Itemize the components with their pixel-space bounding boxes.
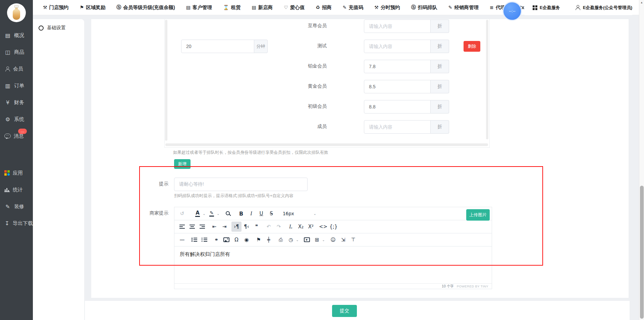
search-and-replace-button[interactable] xyxy=(223,209,233,219)
special-character-button[interactable]: Ω xyxy=(231,235,241,245)
sidebar-item-messages[interactable]: ⋯消息… xyxy=(0,128,33,144)
discount-input-supreme[interactable] xyxy=(364,19,431,33)
insert-datetime-button[interactable]: ◷ xyxy=(286,235,296,245)
queue-time-input[interactable] xyxy=(181,40,254,53)
discount-input-member[interactable] xyxy=(364,120,431,134)
italic-button[interactable]: I xyxy=(246,209,256,219)
discount-input-gold[interactable] xyxy=(364,80,431,93)
subscript-button[interactable]: X₂ xyxy=(296,222,306,232)
discount-rows: 至尊会员折分钟测试折删除铂金会员折黄金会员折初级会员折成员折 xyxy=(165,19,489,147)
anchor-button[interactable]: ⚑ xyxy=(254,235,264,245)
discount-input-junior[interactable] xyxy=(364,100,431,113)
text-color-button[interactable]: A xyxy=(193,209,203,219)
sidebar-item-system[interactable]: ⚙系统 xyxy=(0,111,33,128)
rtl-direction-button[interactable]: ¶‹ xyxy=(241,222,252,232)
insert-table-caret-button[interactable]: ⌄ xyxy=(321,235,326,245)
editor-content[interactable]: 所有解决权归门店所有 xyxy=(174,246,492,283)
nav-item-store-booking[interactable]: ⚒门店预约 xyxy=(43,4,69,11)
superscript-button[interactable]: X² xyxy=(306,222,316,232)
panel-left-scrollbar[interactable] xyxy=(165,20,167,141)
preview-button[interactable]: ◉ xyxy=(241,235,252,245)
bullet-list-button[interactable] xyxy=(189,235,199,245)
top-nav-items: ⚒门店预约⚑区域奖励Ⓢ会员等级升级(充值余额)▤客户管理⌛租赁▤新店商♡爱心值♻… xyxy=(43,4,561,11)
tip-input[interactable] xyxy=(174,178,308,191)
sidebar-item-stats[interactable]: 统计 xyxy=(0,181,33,198)
sidebar-item-finance[interactable]: ¥财务 xyxy=(0,94,33,111)
sidebar-item-export-download[interactable]: ↧导出下载 xyxy=(0,215,33,232)
discount-row: 至尊会员折 xyxy=(165,19,489,33)
align-right-button[interactable] xyxy=(197,222,207,232)
highlight-color-button[interactable]: ✎ xyxy=(207,209,217,219)
undo-button[interactable]: ↶ xyxy=(264,222,274,232)
insert-datetime-caret-button[interactable]: ⌄ xyxy=(295,235,300,245)
nav-item-recharge-code[interactable]: ✎充值码 xyxy=(343,4,363,11)
blockquote-button[interactable]: ❞ xyxy=(252,222,262,232)
powered-by-tiny[interactable]: POWERED BY TINY xyxy=(457,284,488,288)
insert-image-button[interactable] xyxy=(221,235,231,245)
sidebar-item-members[interactable]: 会员 xyxy=(0,60,33,77)
horizontal-rule-button[interactable]: — xyxy=(177,235,187,245)
emoticons-button[interactable]: ☺ xyxy=(328,235,338,245)
page-break-button[interactable]: ╪ xyxy=(264,235,274,245)
scan-queue-icon: Ⓢ xyxy=(411,4,416,10)
text-color-caret-button[interactable]: ⌄ xyxy=(202,209,206,219)
page-scrollbar[interactable]: ▲ xyxy=(639,0,644,320)
nav-item-dealer-management[interactable]: ✎经销商管理 xyxy=(448,4,479,11)
top-nav-right: E企盈服务E企盈服务(公众号管理员) xyxy=(525,0,632,15)
align-center-button[interactable] xyxy=(187,222,197,232)
insert-link-button[interactable]: ⚭ xyxy=(211,235,221,245)
code-sample-button[interactable]: {;} xyxy=(328,222,338,232)
clear-formatting-button[interactable]: Iₓ xyxy=(286,222,296,232)
sidebar-item-orders[interactable]: ▥订单 xyxy=(0,77,33,94)
clock-widget[interactable]: --:-- xyxy=(502,1,522,21)
discount-row-label: 黄金会员 xyxy=(265,83,327,89)
delete-button[interactable]: 删除 xyxy=(464,41,480,52)
source-code-button[interactable]: <> xyxy=(318,222,328,232)
strikethrough-button[interactable]: S xyxy=(266,209,276,219)
nav-item-love-value[interactable]: ♡爱心值 xyxy=(284,4,305,11)
nav-item-member-level-upgrade[interactable]: Ⓢ会员等级升级(充值余额) xyxy=(116,4,175,11)
font-size-button[interactable]: 16px⌄ xyxy=(280,209,319,219)
nav-item-eqy-account[interactable]: E企盈服务(公众号管理员) xyxy=(576,5,632,11)
insert-media-button[interactable] xyxy=(302,235,312,245)
ltr-direction-button[interactable]: ›¶ xyxy=(231,222,241,232)
sidebar-item-overview[interactable]: ▤概况 xyxy=(0,27,33,44)
discount-input-platinum[interactable] xyxy=(364,60,431,73)
format-painter-button[interactable]: ⊤ xyxy=(348,235,358,245)
nav-item-time-slot-booking[interactable]: ⚒分时预约 xyxy=(374,4,400,11)
insert-table-button[interactable]: ⊞ xyxy=(312,235,322,245)
discount-input-test[interactable] xyxy=(364,40,431,53)
nav-item-customer-management[interactable]: ▤客户管理 xyxy=(186,4,212,11)
nav-item-region-reward[interactable]: ⚑区域奖励 xyxy=(80,4,106,11)
sidebar-item-apps[interactable]: 应用 xyxy=(0,165,33,181)
bold-button[interactable]: B xyxy=(236,209,246,219)
sidebar-item-decorate[interactable]: ✎装修 xyxy=(0,198,33,215)
fullscreen-button[interactable]: ⇲ xyxy=(338,235,348,245)
panel-horizontal-scrollbar[interactable] xyxy=(165,143,488,146)
sidebar-item-basic-settings[interactable]: 基础设置 xyxy=(33,19,84,31)
outdent-button[interactable]: ⇤ xyxy=(209,222,219,232)
merchant-tip-label: 商家提示 xyxy=(121,210,168,216)
nav-item-rental[interactable]: ⌛租赁 xyxy=(223,4,240,11)
numbered-list-button[interactable] xyxy=(199,235,209,245)
print-button[interactable]: ⎙ xyxy=(276,235,286,245)
nav-item-investment[interactable]: ♻招商 xyxy=(316,4,332,11)
indent-button[interactable]: ⇥ xyxy=(219,222,229,232)
undo-history-button[interactable]: ↺ xyxy=(177,209,187,219)
submit-button[interactable]: 提交 xyxy=(332,305,357,317)
radio-icon[interactable] xyxy=(39,26,44,31)
sidebar-item-goods[interactable]: ◫商品 xyxy=(0,44,33,60)
panel-right-scrollbar[interactable] xyxy=(486,20,488,139)
nav-item-eqy-service[interactable]: E企盈服务 xyxy=(533,5,560,11)
nav-item-scan-queue[interactable]: Ⓢ扫码排队 xyxy=(411,4,437,11)
underline-button[interactable]: U xyxy=(256,209,266,219)
highlight-color-caret-button[interactable]: ⌄ xyxy=(216,209,220,219)
nav-item-new-store[interactable]: ▤新店商 xyxy=(252,4,273,11)
add-button[interactable]: 新增 xyxy=(174,159,191,169)
upload-image-button[interactable]: 上传图片 xyxy=(466,209,490,221)
align-left-button[interactable] xyxy=(177,222,187,232)
redo-button[interactable]: ↷ xyxy=(274,222,284,232)
scrollbar-thumb[interactable] xyxy=(640,186,644,319)
scrollbar-up-arrow[interactable]: ▲ xyxy=(640,1,643,4)
avatar[interactable] xyxy=(7,3,26,22)
